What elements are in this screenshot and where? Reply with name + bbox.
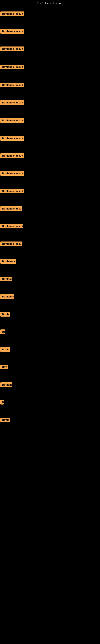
- bottleneck-badge-19: Bo: [0, 330, 5, 334]
- bottleneck-badge-15: Bottleneck r: [0, 259, 16, 264]
- bottleneck-badge-23: B: [0, 400, 3, 404]
- bottleneck-badge-9: Bottleneck result: [0, 153, 24, 158]
- bottleneck-badge-13: Bottleneck result: [0, 224, 23, 228]
- bottleneck-badge-5: Bottleneck result: [0, 83, 24, 87]
- bottleneck-badge-18: Bottle: [0, 312, 10, 316]
- bottleneck-badge-14: Bottleneck resul: [0, 242, 22, 246]
- bottleneck-badge-24: Bottle: [0, 418, 10, 422]
- bottleneck-badge-20: Bottle: [0, 347, 10, 352]
- bottleneck-badge-17: Bottleneck: [0, 294, 14, 299]
- bottleneck-badge-3: Bottleneck result: [0, 46, 24, 51]
- bottleneck-badge-12: Bottleneck resul: [0, 206, 22, 211]
- bottleneck-badge-16: Bottlene: [0, 277, 12, 281]
- bottleneck-badge-1: Bottleneck result: [0, 12, 24, 16]
- bottleneck-badge-11: Bottleneck result: [0, 189, 24, 194]
- bottleneck-badge-6: Bottleneck result: [0, 100, 24, 105]
- bottleneck-badge-10: Bottleneck result: [0, 171, 24, 176]
- bottleneck-badge-7: Bottleneck result: [0, 118, 24, 123]
- bottleneck-badge-21: Bott: [0, 365, 8, 369]
- bottleneck-badge-8: Bottleneck result: [0, 136, 24, 141]
- bottleneck-badge-4: Bottleneck result: [0, 64, 24, 69]
- bottleneck-badge-2: Bottleneck result: [0, 29, 24, 34]
- site-title: TheBottlenecker.com: [0, 0, 100, 6]
- bottleneck-badge-22: Bottlene: [0, 382, 12, 387]
